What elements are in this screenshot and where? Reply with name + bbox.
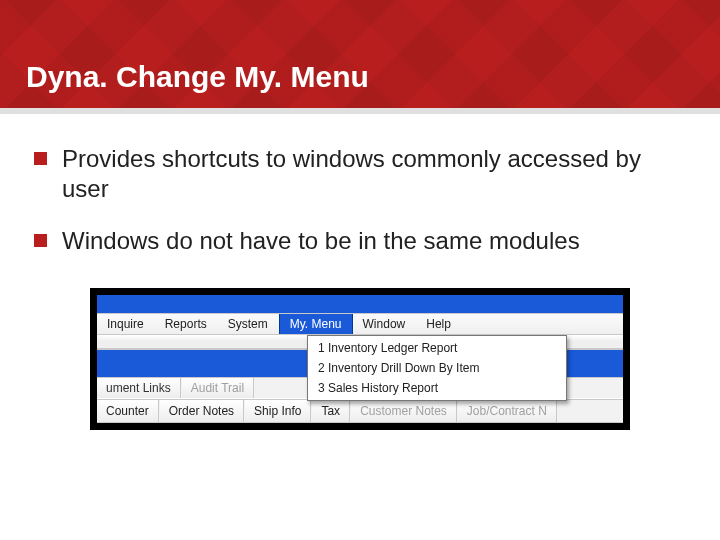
bullet-item: Provides shortcuts to windows commonly a… bbox=[62, 144, 664, 204]
menu-system[interactable]: System bbox=[218, 314, 279, 334]
tab-customer-notes[interactable]: Customer Notes bbox=[351, 400, 457, 422]
menu-window[interactable]: Window bbox=[353, 314, 417, 334]
tab-counter[interactable]: Counter bbox=[97, 400, 159, 422]
tab-job-contract[interactable]: Job/Contract N bbox=[458, 400, 557, 422]
dropdown-item[interactable]: 2 Inventory Drill Down By Item bbox=[308, 358, 566, 378]
menu-help[interactable]: Help bbox=[416, 314, 462, 334]
tab-order-notes[interactable]: Order Notes bbox=[160, 400, 244, 422]
lower-tabbar: Counter Order Notes Ship Info Tax Custom… bbox=[97, 399, 623, 423]
menubar: Inquire Reports System My. Menu Window H… bbox=[97, 313, 623, 335]
titlebar-area bbox=[97, 295, 623, 313]
slide-header: Dyna. Change My. Menu bbox=[0, 0, 720, 110]
dropdown-item[interactable]: 1 Inventory Ledger Report bbox=[308, 338, 566, 358]
app-window: Inquire Reports System My. Menu Window H… bbox=[97, 295, 623, 423]
menu-inquire[interactable]: Inquire bbox=[97, 314, 155, 334]
dropdown-item[interactable]: 3 Sales History Report bbox=[308, 378, 566, 398]
tab-document-links[interactable]: ument Links bbox=[97, 378, 181, 398]
screenshot-frame: Inquire Reports System My. Menu Window H… bbox=[90, 288, 630, 430]
tab-tax[interactable]: Tax bbox=[312, 400, 350, 422]
tab-ship-info[interactable]: Ship Info bbox=[245, 400, 311, 422]
screenshot-container: Inquire Reports System My. Menu Window H… bbox=[0, 288, 720, 430]
menu-reports[interactable]: Reports bbox=[155, 314, 218, 334]
slide-title: Dyna. Change My. Menu bbox=[26, 60, 369, 94]
bullet-item: Windows do not have to be in the same mo… bbox=[62, 226, 664, 256]
bullet-list: Provides shortcuts to windows commonly a… bbox=[0, 110, 720, 288]
tab-audit-trail[interactable]: Audit Trail bbox=[182, 378, 254, 398]
menu-mymenu[interactable]: My. Menu bbox=[279, 314, 353, 334]
mymenu-dropdown: 1 Inventory Ledger Report 2 Inventory Dr… bbox=[307, 335, 567, 401]
